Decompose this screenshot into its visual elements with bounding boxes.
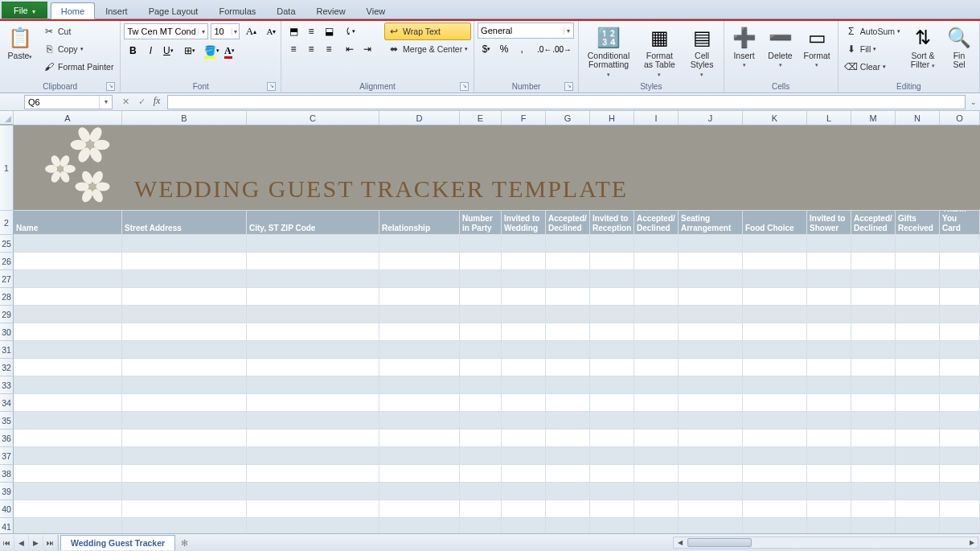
cell[interactable] xyxy=(502,235,546,253)
cell[interactable] xyxy=(807,518,851,533)
cell[interactable] xyxy=(590,253,634,270)
column-header-K[interactable]: K xyxy=(743,111,807,125)
cell[interactable] xyxy=(546,270,590,288)
row-header-28[interactable]: 28 xyxy=(0,288,14,306)
cell[interactable] xyxy=(379,253,460,270)
row-header-26[interactable]: 26 xyxy=(0,253,14,270)
cell[interactable] xyxy=(679,394,743,412)
bold-button[interactable]: B xyxy=(124,42,141,60)
format-button[interactable]: ▭Format▾ xyxy=(800,23,834,72)
decrease-indent-button[interactable]: ⇤ xyxy=(341,40,359,58)
cell[interactable] xyxy=(634,394,679,412)
enter-formula-button[interactable]: ✓ xyxy=(133,95,150,109)
font-name-combo[interactable]: ▾ xyxy=(124,23,208,39)
cell-styles-button[interactable]: ▤CellStyles ▾ xyxy=(684,23,720,81)
cell[interactable] xyxy=(851,447,896,465)
row-header-2[interactable]: 2 xyxy=(0,211,14,235)
cell[interactable] xyxy=(896,359,940,376)
cell[interactable] xyxy=(743,359,807,376)
cell[interactable] xyxy=(851,323,896,341)
cell[interactable] xyxy=(743,518,807,533)
cell[interactable] xyxy=(940,288,980,306)
cell[interactable] xyxy=(502,288,546,306)
cell[interactable] xyxy=(14,412,122,430)
row-header-33[interactable]: 33 xyxy=(0,376,14,394)
cell[interactable] xyxy=(247,483,379,500)
formula-input[interactable] xyxy=(167,95,966,109)
cell[interactable] xyxy=(546,500,590,518)
cell[interactable] xyxy=(679,359,743,376)
row-header-34[interactable]: 34 xyxy=(0,394,14,412)
cell[interactable] xyxy=(502,376,546,394)
sheet-nav-next[interactable]: ▶ xyxy=(29,535,43,551)
cell[interactable] xyxy=(14,253,122,270)
cell[interactable] xyxy=(807,376,851,394)
cell[interactable] xyxy=(940,323,980,341)
cell[interactable] xyxy=(247,412,379,430)
cell[interactable] xyxy=(379,323,460,341)
cell[interactable] xyxy=(634,376,679,394)
row-header-1[interactable]: 1 xyxy=(0,125,14,211)
increase-indent-button[interactable]: ⇥ xyxy=(359,40,376,58)
align-center-button[interactable]: ≡ xyxy=(302,40,320,58)
cell[interactable] xyxy=(807,306,851,323)
cell[interactable] xyxy=(590,412,634,430)
clear-button[interactable]: ⌫Clear ▾ xyxy=(842,58,904,76)
cell[interactable] xyxy=(679,376,743,394)
cell[interactable] xyxy=(460,430,502,447)
cells-area[interactable]: WEDDING GUEST TRACKER TEMPLATENameStreet… xyxy=(14,125,980,533)
hscroll-left-button[interactable]: ◀ xyxy=(674,537,686,548)
cell[interactable] xyxy=(807,359,851,376)
cell[interactable] xyxy=(14,323,122,341)
sheet-nav-prev[interactable]: ◀ xyxy=(14,535,29,551)
cell[interactable] xyxy=(546,430,590,447)
wrap-text-button[interactable]: ↩Wrap Text xyxy=(384,23,471,40)
cell[interactable] xyxy=(460,341,502,359)
cell[interactable] xyxy=(379,288,460,306)
cell[interactable] xyxy=(460,447,502,465)
cell[interactable] xyxy=(14,518,122,533)
cell[interactable] xyxy=(743,323,807,341)
cell[interactable] xyxy=(896,235,940,253)
cell[interactable] xyxy=(743,270,807,288)
column-header-L[interactable]: L xyxy=(807,111,851,125)
cell[interactable] xyxy=(379,412,460,430)
header-cell-N[interactable]: Gifts Received xyxy=(896,211,940,235)
comma-button[interactable]: , xyxy=(513,40,531,58)
cell[interactable] xyxy=(14,341,122,359)
cell[interactable] xyxy=(379,359,460,376)
cell[interactable] xyxy=(851,483,896,500)
grow-font-button[interactable]: A▴ xyxy=(242,23,260,40)
cell[interactable] xyxy=(502,359,546,376)
column-header-A[interactable]: A xyxy=(14,111,122,125)
cell[interactable] xyxy=(896,341,940,359)
align-left-button[interactable]: ≡ xyxy=(285,40,302,58)
cell[interactable] xyxy=(851,270,896,288)
cell[interactable] xyxy=(896,270,940,288)
cell[interactable] xyxy=(546,359,590,376)
paste-button[interactable]: 📋 Paste▾ xyxy=(3,23,37,64)
cell[interactable] xyxy=(940,341,980,359)
row-header-41[interactable]: 41 xyxy=(0,518,14,533)
cell[interactable] xyxy=(460,465,502,483)
cell[interactable] xyxy=(502,253,546,270)
cell[interactable] xyxy=(679,235,743,253)
cell[interactable] xyxy=(851,394,896,412)
cell[interactable] xyxy=(940,518,980,533)
cell[interactable] xyxy=(14,483,122,500)
cell[interactable] xyxy=(14,465,122,483)
cell[interactable] xyxy=(807,483,851,500)
italic-button[interactable]: I xyxy=(141,42,159,60)
cell[interactable] xyxy=(247,518,379,533)
cell[interactable] xyxy=(247,253,379,270)
tab-review[interactable]: Review xyxy=(306,2,356,19)
cell[interactable] xyxy=(590,447,634,465)
cell[interactable] xyxy=(122,306,247,323)
cell[interactable] xyxy=(590,323,634,341)
cell[interactable] xyxy=(14,306,122,323)
row-header-29[interactable]: 29 xyxy=(0,306,14,323)
header-cell-I[interactable]: Accepted/ Declined xyxy=(634,211,679,235)
cell[interactable] xyxy=(634,359,679,376)
column-header-I[interactable]: I xyxy=(634,111,679,125)
cell[interactable] xyxy=(247,394,379,412)
